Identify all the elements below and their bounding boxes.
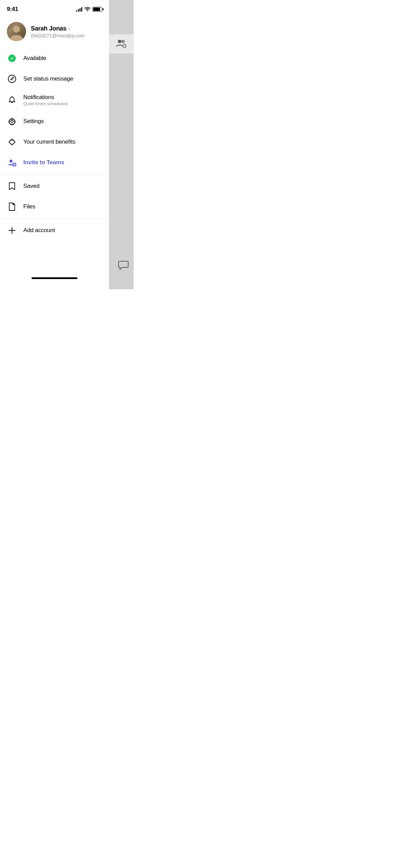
menu-item-benefits[interactable]: Your current benefits xyxy=(0,132,109,152)
notifications-sublabel: Quiet times scheduled xyxy=(23,101,102,106)
menu-item-files[interactable]: Files xyxy=(0,196,109,217)
saved-label: Saved xyxy=(23,183,102,190)
right-panel xyxy=(109,0,134,289)
right-panel-button xyxy=(109,34,134,53)
bookmark-icon xyxy=(7,181,17,191)
bottom-right-chat-icon xyxy=(117,259,131,273)
add-account-label: Add account xyxy=(23,227,102,234)
svg-point-1 xyxy=(121,40,125,43)
avatar xyxy=(7,22,26,41)
profile-section[interactable]: Sarah Jonas › 69d2d271@moodjoy.com xyxy=(0,16,109,48)
menu-item-available[interactable]: Available xyxy=(0,48,109,69)
menu-item-add-account[interactable]: Add account xyxy=(0,220,109,241)
signal-icon xyxy=(76,7,82,12)
divider-2 xyxy=(0,218,109,219)
profile-info: Sarah Jonas › 69d2d271@moodjoy.com xyxy=(31,25,102,38)
menu-item-invite[interactable]: Invite to Teams xyxy=(0,152,109,173)
add-to-teams-icon xyxy=(115,38,127,50)
status-time: 9:41 xyxy=(7,6,18,13)
svg-point-7 xyxy=(11,120,13,123)
svg-point-0 xyxy=(118,40,121,43)
svg-point-8 xyxy=(10,160,13,163)
menu-item-settings[interactable]: Settings xyxy=(0,111,109,132)
notifications-label: Notifications xyxy=(23,94,102,101)
svg-point-5 xyxy=(8,75,16,83)
menu-item-notifications[interactable]: Notifications Quiet times scheduled xyxy=(0,89,109,111)
settings-label: Settings xyxy=(23,118,102,125)
diamond-icon xyxy=(7,137,17,147)
invite-label: Invite to Teams xyxy=(23,159,102,166)
file-icon xyxy=(7,202,17,212)
available-icon xyxy=(7,53,17,63)
status-icons xyxy=(76,7,102,12)
plus-icon xyxy=(7,225,17,236)
set-status-label: Set status message xyxy=(23,75,102,82)
battery-icon xyxy=(93,7,102,12)
profile-chevron: › xyxy=(69,26,70,31)
menu-item-set-status[interactable]: Set status message xyxy=(0,69,109,89)
divider-1 xyxy=(0,174,109,174)
bell-icon xyxy=(7,95,17,105)
status-bar: 9:41 xyxy=(0,0,109,16)
menu-item-saved[interactable]: Saved xyxy=(0,176,109,196)
benefits-label: Your current benefits xyxy=(23,138,102,145)
edit-icon xyxy=(7,74,17,84)
profile-email: 69d2d271@moodjoy.com xyxy=(31,33,102,38)
files-label: Files xyxy=(23,203,102,210)
main-content: 9:41 xyxy=(0,0,109,289)
wifi-icon xyxy=(84,7,90,12)
available-label: Available xyxy=(23,55,102,62)
home-indicator xyxy=(32,277,77,279)
gear-icon xyxy=(7,116,17,126)
invite-icon xyxy=(7,157,17,168)
profile-name: Sarah Jonas xyxy=(31,25,66,32)
